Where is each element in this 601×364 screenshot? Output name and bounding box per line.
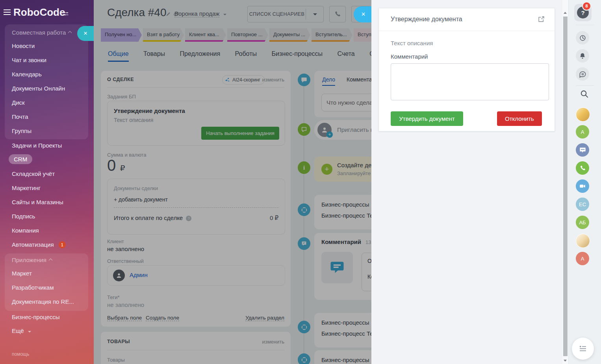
sidebar-item-devs[interactable]: Разработчикам: [12, 284, 54, 291]
decline-button[interactable]: Отклонить: [497, 111, 542, 126]
rail-menu-button[interactable]: [572, 338, 594, 360]
sidebar-item-restdoc[interactable]: Документация по RE...: [12, 298, 74, 305]
sidebar-item-groups[interactable]: Группы: [12, 127, 32, 134]
sidebar-item-company[interactable]: Компания: [12, 227, 39, 234]
chevron-up-icon: [48, 259, 52, 262]
sidebar-item-tasks[interactable]: Задачи и Проекты: [12, 142, 62, 149]
sidebar-item-calendar[interactable]: Календарь: [12, 71, 42, 78]
video-camera-icon: [579, 183, 586, 190]
automation-label: Автоматизация: [12, 241, 54, 248]
comment-textarea[interactable]: [391, 63, 549, 100]
apps-group-title: Приложения: [12, 257, 46, 263]
app-logo: RoboCode: [13, 6, 65, 18]
sidebar-item-more[interactable]: Ещё: [12, 327, 31, 334]
collab-group-title: Совместная работа: [12, 29, 66, 36]
scroll-up-arrow[interactable]: [564, 10, 567, 14]
list-icon: [578, 344, 588, 353]
avatar-initials[interactable]: А: [576, 125, 589, 139]
hamburger-menu-icon[interactable]: [4, 9, 11, 15]
dim-overlay[interactable]: [94, 0, 371, 364]
collab-group-box: [5, 24, 88, 139]
main-content: Сделка #40 Воронка продаж СПИСОК СЦЕНАРИ…: [94, 0, 371, 364]
avatar-initials[interactable]: ЕС: [576, 198, 589, 211]
rail-divider: [576, 25, 594, 25]
sidebar-item-sign[interactable]: Подпись: [12, 213, 35, 220]
rail-divider: [576, 85, 594, 86]
avatar-group-chat[interactable]: [576, 143, 589, 157]
avatar-phone[interactable]: [576, 161, 589, 175]
bell-icon: [579, 52, 586, 59]
sidebar-item-chat[interactable]: Чат и звонки: [12, 57, 46, 63]
avatar-initials[interactable]: АБ: [576, 216, 589, 229]
sidebar-item-market[interactable]: Маркет: [12, 270, 32, 277]
comment-field-label: Комментарий: [391, 53, 428, 60]
sidebar-item-docs[interactable]: Документы Онлайн: [12, 85, 65, 92]
messenger-button[interactable]: [576, 67, 589, 81]
sidebar-item-sites[interactable]: Сайты и Магазины: [12, 199, 63, 205]
approval-title: Утверждение документа: [391, 16, 462, 23]
avatar-initials[interactable]: А: [576, 252, 589, 265]
sidebar-group-apps[interactable]: Приложения: [12, 257, 52, 263]
panel-close-button[interactable]: ×: [354, 6, 371, 22]
approve-button[interactable]: Утвердить документ: [391, 111, 463, 126]
right-rail: ? 8 А ЕС АБ А: [568, 0, 601, 364]
sidebar-item-crm[interactable]: CRM: [9, 154, 32, 164]
avatar-video[interactable]: [576, 179, 589, 193]
avatar-group-photo[interactable]: [576, 107, 590, 122]
chevron-up-icon: [68, 31, 72, 35]
sidebar-item-disk[interactable]: Диск: [12, 99, 25, 106]
caret-down-icon: [28, 331, 31, 334]
scrollbar-thumb[interactable]: [563, 17, 568, 356]
sidebar-item-automation[interactable]: Автоматизация 1: [12, 241, 66, 248]
history-icon: [579, 34, 586, 42]
avatar-woman-photo[interactable]: [576, 234, 590, 248]
approval-card: Утверждение документа Текст описания Ком…: [378, 8, 555, 131]
search-button[interactable]: [580, 89, 589, 100]
notifications-button[interactable]: [576, 49, 589, 63]
phone-icon: [579, 165, 586, 172]
open-external-icon[interactable]: [538, 15, 545, 24]
group-chat-icon: [579, 146, 586, 154]
sidebar-item-mail[interactable]: Почта: [12, 113, 28, 120]
more-label: Ещё: [12, 327, 24, 334]
sidebar-help-link[interactable]: помощь: [12, 351, 29, 357]
sidebar-collapse-button[interactable]: ×: [77, 26, 94, 41]
automation-badge: 1: [59, 241, 66, 248]
sliders-icon[interactable]: [62, 11, 69, 18]
chat-transfer-icon: [579, 70, 586, 78]
sidebar-item-bp[interactable]: Бизнес-процессы: [12, 314, 60, 320]
panel-scrollbar[interactable]: [562, 0, 568, 364]
approval-card-header: Утверждение документа: [379, 8, 555, 31]
sidebar-item-news[interactable]: Новости: [12, 42, 35, 49]
sidebar-group-collab[interactable]: Совместная работа: [12, 29, 71, 36]
approval-description: Текст описания: [391, 40, 433, 46]
search-icon: [580, 89, 589, 98]
approval-slide-panel: × Утверждение документа Текст описания К…: [371, 0, 562, 364]
history-button[interactable]: [576, 31, 589, 44]
help-badge: 8: [582, 2, 591, 11]
sidebar-item-warehouse[interactable]: Складской учёт: [12, 170, 55, 177]
sidebar: RoboCode Совместная работа Новости Чат и…: [0, 0, 94, 364]
scroll-down-arrow[interactable]: [564, 360, 567, 363]
sidebar-item-marketing[interactable]: Маркетинг: [12, 185, 41, 191]
